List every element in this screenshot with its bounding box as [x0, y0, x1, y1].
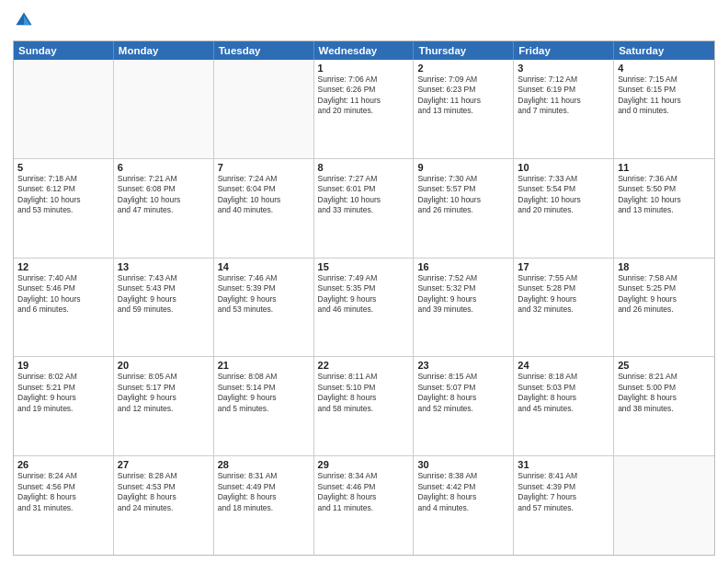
- cell-line: Sunset: 5:32 PM: [417, 283, 509, 293]
- day-number: 19: [17, 360, 109, 371]
- calendar-row-5: 26Sunrise: 8:24 AMSunset: 4:56 PMDayligh…: [14, 455, 714, 555]
- cell-line: and 18 minutes.: [218, 503, 310, 513]
- day-cell-4: 4Sunrise: 7:15 AMSunset: 6:15 PMDaylight…: [614, 60, 714, 158]
- cell-line: Sunset: 5:17 PM: [118, 383, 210, 393]
- cell-line: Sunrise: 7:18 AM: [17, 174, 109, 184]
- day-number: 30: [417, 459, 509, 470]
- day-cell-19: 19Sunrise: 8:02 AMSunset: 5:21 PMDayligh…: [14, 357, 114, 455]
- weekday-header-thursday: Thursday: [414, 41, 514, 60]
- day-cell-2: 2Sunrise: 7:09 AMSunset: 6:23 PMDaylight…: [414, 60, 514, 158]
- day-cell-15: 15Sunrise: 7:49 AMSunset: 5:35 PMDayligh…: [314, 259, 415, 357]
- cell-line: Sunset: 5:14 PM: [218, 383, 310, 393]
- cell-line: and 0 minutes.: [618, 106, 711, 116]
- cell-line: Daylight: 8 hours: [118, 492, 210, 502]
- day-number: 11: [618, 162, 711, 173]
- cell-line: Sunset: 4:56 PM: [17, 482, 109, 492]
- cell-line: Daylight: 9 hours: [218, 294, 310, 304]
- cell-line: Sunrise: 7:40 AM: [17, 273, 109, 283]
- day-number: 6: [118, 162, 210, 173]
- cell-line: Sunrise: 7:43 AM: [118, 273, 210, 283]
- day-number: 9: [417, 162, 509, 173]
- cell-line: Sunset: 6:19 PM: [518, 85, 609, 95]
- day-cell-31: 31Sunrise: 8:41 AMSunset: 4:39 PMDayligh…: [514, 456, 614, 555]
- cell-line: Sunset: 5:39 PM: [218, 283, 310, 293]
- day-number: 3: [518, 63, 609, 74]
- cell-line: and 12 minutes.: [118, 404, 210, 414]
- cell-line: Daylight: 9 hours: [17, 393, 109, 403]
- cell-line: Daylight: 10 hours: [618, 195, 711, 205]
- day-cell-22: 22Sunrise: 8:11 AMSunset: 5:10 PMDayligh…: [314, 357, 415, 455]
- cell-line: and 6 minutes.: [17, 304, 109, 315]
- cell-line: Daylight: 10 hours: [118, 195, 210, 205]
- day-number: 21: [218, 360, 310, 371]
- cell-line: Sunrise: 7:36 AM: [618, 174, 711, 184]
- cell-line: and 39 minutes.: [417, 304, 509, 315]
- cell-line: Sunset: 5:50 PM: [618, 184, 711, 194]
- cell-line: Sunrise: 7:33 AM: [518, 174, 609, 184]
- day-cell-5: 5Sunrise: 7:18 AMSunset: 6:12 PMDaylight…: [14, 159, 114, 258]
- cell-line: Daylight: 9 hours: [618, 294, 711, 304]
- day-number: 18: [618, 261, 711, 272]
- cell-line: Daylight: 9 hours: [518, 294, 609, 304]
- day-number: 2: [417, 63, 509, 74]
- day-cell-16: 16Sunrise: 7:52 AMSunset: 5:32 PMDayligh…: [414, 259, 514, 357]
- cell-line: and 20 minutes.: [318, 106, 410, 116]
- weekday-header-tuesday: Tuesday: [214, 41, 314, 60]
- cell-line: Daylight: 11 hours: [417, 96, 509, 106]
- cell-line: Sunrise: 8:41 AM: [518, 471, 609, 481]
- cell-line: and 57 minutes.: [518, 503, 609, 513]
- day-cell-11: 11Sunrise: 7:36 AMSunset: 5:50 PMDayligh…: [614, 159, 714, 258]
- day-cell-10: 10Sunrise: 7:33 AMSunset: 5:54 PMDayligh…: [514, 159, 614, 258]
- calendar-row-3: 12Sunrise: 7:40 AMSunset: 5:46 PMDayligh…: [14, 258, 714, 357]
- cell-line: Sunset: 5:57 PM: [417, 184, 509, 194]
- day-number: 25: [618, 360, 711, 371]
- cell-line: and 46 minutes.: [318, 304, 410, 315]
- cell-line: and 31 minutes.: [17, 503, 109, 513]
- cell-line: Daylight: 10 hours: [218, 195, 310, 205]
- day-cell-7: 7Sunrise: 7:24 AMSunset: 6:04 PMDaylight…: [214, 159, 314, 258]
- day-cell-29: 29Sunrise: 8:34 AMSunset: 4:46 PMDayligh…: [314, 456, 415, 555]
- cell-line: Daylight: 9 hours: [417, 294, 509, 304]
- day-cell-21: 21Sunrise: 8:08 AMSunset: 5:14 PMDayligh…: [214, 357, 314, 455]
- cell-line: and 26 minutes.: [417, 205, 509, 215]
- cell-line: Sunset: 6:23 PM: [417, 85, 509, 95]
- day-number: 15: [318, 261, 410, 272]
- cell-line: Sunrise: 7:09 AM: [417, 75, 509, 85]
- cell-line: Sunrise: 7:55 AM: [518, 273, 609, 283]
- cell-line: and 53 minutes.: [17, 205, 109, 215]
- day-number: 31: [518, 459, 609, 470]
- cell-line: Daylight: 8 hours: [417, 393, 509, 403]
- cell-line: Daylight: 9 hours: [218, 393, 310, 403]
- cell-line: Sunset: 4:46 PM: [318, 482, 410, 492]
- cell-line: Daylight: 11 hours: [318, 96, 410, 106]
- cell-line: Sunrise: 7:52 AM: [417, 273, 509, 283]
- cell-line: Sunset: 6:15 PM: [618, 85, 711, 95]
- cell-line: Daylight: 8 hours: [417, 492, 509, 502]
- cell-line: Sunrise: 8:21 AM: [618, 372, 711, 382]
- day-cell-14: 14Sunrise: 7:46 AMSunset: 5:39 PMDayligh…: [214, 259, 314, 357]
- cell-line: Sunrise: 7:24 AM: [218, 174, 310, 184]
- cell-line: and 4 minutes.: [417, 503, 509, 513]
- day-cell-23: 23Sunrise: 8:15 AMSunset: 5:07 PMDayligh…: [414, 357, 514, 455]
- cell-line: Daylight: 10 hours: [17, 195, 109, 205]
- day-number: 22: [318, 360, 410, 371]
- cell-line: Sunrise: 8:11 AM: [318, 372, 410, 382]
- day-cell-18: 18Sunrise: 7:58 AMSunset: 5:25 PMDayligh…: [614, 259, 714, 357]
- day-number: 8: [318, 162, 410, 173]
- day-cell-25: 25Sunrise: 8:21 AMSunset: 5:00 PMDayligh…: [614, 357, 714, 455]
- day-cell-17: 17Sunrise: 7:55 AMSunset: 5:28 PMDayligh…: [514, 259, 614, 357]
- day-number: 24: [518, 360, 609, 371]
- empty-cell-0-1: [114, 60, 214, 158]
- cell-line: Daylight: 10 hours: [518, 195, 609, 205]
- cell-line: Sunrise: 8:08 AM: [218, 372, 310, 382]
- cell-line: Daylight: 7 hours: [518, 492, 609, 502]
- day-number: 13: [118, 261, 210, 272]
- day-cell-8: 8Sunrise: 7:27 AMSunset: 6:01 PMDaylight…: [314, 159, 415, 258]
- cell-line: and 24 minutes.: [118, 503, 210, 513]
- cell-line: and 47 minutes.: [118, 205, 210, 215]
- cell-line: Daylight: 9 hours: [118, 393, 210, 403]
- cell-line: Sunset: 5:00 PM: [618, 383, 711, 393]
- cell-line: Sunset: 5:10 PM: [318, 383, 410, 393]
- weekday-header-wednesday: Wednesday: [314, 41, 415, 60]
- day-number: 27: [118, 459, 210, 470]
